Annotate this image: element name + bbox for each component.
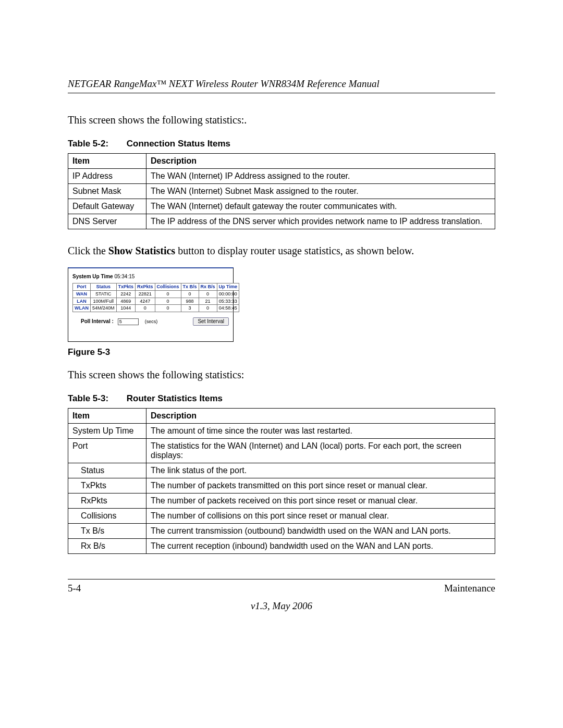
th-rxbs: Rx B/s	[199, 283, 217, 291]
table-5-3-title: Router Statistics Items	[127, 393, 223, 403]
cell-port: WAN	[73, 290, 91, 298]
cell-item: TxPkts	[68, 478, 146, 493]
table-5-2: Item Description IP Address The WAN (Int…	[68, 153, 495, 229]
poll-interval-label: Poll Interval :	[81, 318, 114, 325]
cell-rxbs: 21	[199, 298, 217, 305]
cell-tx: 1044	[116, 305, 136, 312]
cell-item: Port	[68, 439, 146, 463]
cell-item: Subnet Mask	[68, 184, 146, 199]
cell-desc: The WAN (Internet) IP Address assigned t…	[146, 169, 495, 184]
table-row: RxPkts The number of packets received on…	[68, 493, 495, 509]
intro-paragraph-3: This screen shows the following statisti…	[68, 368, 495, 382]
cell-rxbs: 0	[199, 290, 217, 298]
poll-unit: (secs)	[145, 319, 158, 325]
p2-bold: Show Statistics	[108, 245, 175, 256]
cell-item: RxPkts	[68, 493, 146, 509]
cell-rx: 0	[136, 305, 155, 312]
cell-desc: The number of packets transmitted on thi…	[146, 478, 495, 493]
intro-paragraph-1: This screen shows the following statisti…	[68, 113, 495, 127]
table-5-2-label: Table 5-2:	[68, 139, 124, 149]
th-uptime: Up Time	[217, 283, 239, 291]
cell-item: Rx B/s	[68, 539, 146, 554]
th-description: Description	[146, 154, 495, 169]
cell-col: 0	[155, 305, 181, 312]
cell-rx: 22821	[136, 290, 155, 298]
cell-txbs: 0	[181, 290, 199, 298]
th-item: Item	[68, 409, 146, 424]
cell-up: 00:00:00	[217, 290, 239, 298]
cell-tx: 4869	[116, 298, 136, 305]
cell-desc: The WAN (Internet) default gateway the r…	[146, 199, 495, 214]
page-footer: 5-4 Maintenance v1.3, May 2006	[68, 579, 495, 612]
cell-status: 54M/240M	[91, 305, 117, 312]
statistics-widget: System Up Time 05:34:15 Port Status TxPk…	[68, 267, 234, 342]
cell-desc: The number of collisions on this port si…	[146, 509, 495, 524]
cell-txbs: 3	[181, 305, 199, 312]
intro-paragraph-2: Click the Show Statistics button to disp…	[68, 244, 495, 258]
document-version: v1.3, May 2006	[68, 600, 495, 612]
th-rxpkts: RxPkts	[136, 283, 155, 291]
table-row: System Up Time The amount of time since …	[68, 424, 495, 439]
table-5-3: Item Description System Up Time The amou…	[68, 408, 495, 554]
table-row: Default Gateway The WAN (Internet) defau…	[68, 199, 495, 214]
cell-tx: 2242	[116, 290, 136, 298]
cell-desc: The IP address of the DNS server which p…	[146, 214, 495, 229]
cell-item: Tx B/s	[68, 524, 146, 539]
table-row: IP Address The WAN (Internet) IP Address…	[68, 169, 495, 184]
cell-item: System Up Time	[68, 424, 146, 439]
stats-row-wan: WAN STATIC 2242 22821 0 0 0 00:00:00	[73, 290, 239, 298]
th-txbs: Tx B/s	[181, 283, 199, 291]
th-txpkts: TxPkts	[116, 283, 136, 291]
figure-5-3-caption: Figure 5-3	[68, 347, 495, 357]
stats-row-wlan: WLAN 54M/240M 1044 0 0 3 0 04:58:45	[73, 305, 239, 312]
cell-txbs: 988	[181, 298, 199, 305]
th-collisions: Collisions	[155, 283, 181, 291]
table-5-3-caption: Table 5-3: Router Statistics Items	[68, 393, 495, 404]
p2-pre: Click the	[68, 245, 108, 256]
cell-rxbs: 0	[199, 305, 217, 312]
running-header: NETGEAR RangeMax™ NEXT Wireless Router W…	[68, 78, 495, 93]
system-up-time: System Up Time 05:34:15	[72, 274, 229, 280]
page-number: 5-4	[68, 583, 81, 594]
cell-col: 0	[155, 298, 181, 305]
th-item: Item	[68, 154, 146, 169]
cell-item: Collisions	[68, 509, 146, 524]
cell-status: 100M/Full	[91, 298, 117, 305]
set-interval-button[interactable]: Set Interval	[193, 317, 229, 326]
cell-item: DNS Server	[68, 214, 146, 229]
cell-status: STATIC	[91, 290, 117, 298]
cell-item: Default Gateway	[68, 199, 146, 214]
table-row: TxPkts The number of packets transmitted…	[68, 478, 495, 493]
cell-desc: The number of packets received on this p…	[146, 493, 495, 509]
cell-port: WLAN	[73, 305, 91, 312]
table-row: Status The link status of the port.	[68, 463, 495, 478]
stats-row-lan: LAN 100M/Full 4869 4247 0 988 21 05:33:3…	[73, 298, 239, 305]
cell-desc: The link status of the port.	[146, 463, 495, 478]
th-description: Description	[146, 409, 495, 424]
cell-col: 0	[155, 290, 181, 298]
cell-item: IP Address	[68, 169, 146, 184]
th-status: Status	[91, 283, 117, 291]
cell-rx: 4247	[136, 298, 155, 305]
poll-interval-input[interactable]: 5	[118, 318, 139, 325]
cell-desc: The statistics for the WAN (Internet) an…	[146, 439, 495, 463]
cell-up: 05:33:33	[217, 298, 239, 305]
table-row: Collisions The number of collisions on t…	[68, 509, 495, 524]
section-name: Maintenance	[444, 583, 495, 594]
p2-post: button to display router usage statistic…	[175, 245, 414, 256]
cell-up: 04:58:45	[217, 305, 239, 312]
statistics-table: Port Status TxPkts RxPkts Collisions Tx …	[72, 283, 239, 312]
th-port: Port	[73, 283, 91, 291]
table-5-2-title: Connection Status Items	[127, 139, 230, 149]
table-5-2-caption: Table 5-2: Connection Status Items	[68, 139, 495, 149]
cell-item: Status	[68, 463, 146, 478]
table-5-3-label: Table 5-3:	[68, 393, 124, 404]
cell-desc: The current transmission (outbound) band…	[146, 524, 495, 539]
cell-desc: The current reception (inbound) bandwidt…	[146, 539, 495, 554]
table-row: Subnet Mask The WAN (Internet) Subnet Ma…	[68, 184, 495, 199]
cell-desc: The amount of time since the router was …	[146, 424, 495, 439]
table-row: DNS Server The IP address of the DNS ser…	[68, 214, 495, 229]
sysup-value: 05:34:15	[114, 274, 134, 279]
cell-desc: The WAN (Internet) Subnet Mask assigned …	[146, 184, 495, 199]
table-row: Rx B/s The current reception (inbound) b…	[68, 539, 495, 554]
